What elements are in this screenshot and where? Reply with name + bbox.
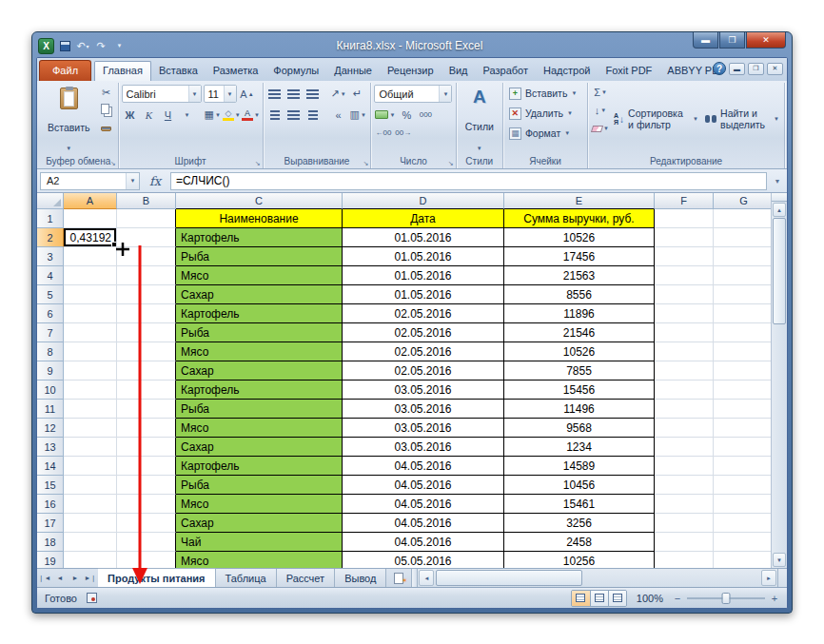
cell-D13[interactable]: 03.05.2016 (343, 438, 504, 457)
number-format-combo[interactable]: Общий▼ (374, 85, 452, 103)
ribbon-tab[interactable]: Вид (441, 61, 476, 81)
cell-A7[interactable] (64, 323, 117, 342)
help-icon[interactable]: ? (713, 62, 726, 75)
cell-A13[interactable] (64, 438, 117, 457)
column-header-F[interactable]: F (655, 193, 714, 209)
cell-F11[interactable] (655, 400, 714, 419)
cell-E16[interactable]: 15461 (504, 495, 655, 514)
decrease-indent-button[interactable]: « (330, 107, 347, 124)
align-middle-button[interactable] (285, 86, 303, 103)
cell-F6[interactable] (655, 304, 714, 323)
cell-G15[interactable] (714, 476, 775, 495)
cell-A11[interactable] (64, 400, 117, 419)
row-header-17[interactable]: 17 (37, 514, 64, 533)
split-handle[interactable] (772, 193, 787, 202)
cell-F8[interactable] (655, 342, 714, 361)
align-right-button[interactable] (304, 107, 322, 124)
row-header-2[interactable]: 2 (37, 228, 64, 247)
cell-F2[interactable] (655, 228, 714, 247)
cell-E10[interactable]: 15456 (504, 381, 655, 400)
row-header-10[interactable]: 10 (37, 381, 64, 400)
cell-F14[interactable] (655, 457, 714, 476)
cell-F5[interactable] (655, 285, 714, 304)
cell-B8[interactable] (117, 342, 176, 361)
ribbon-tab[interactable]: Разметка (206, 61, 266, 81)
cell-D10[interactable]: 03.05.2016 (343, 381, 504, 400)
align-bottom-button[interactable] (304, 86, 322, 103)
row-header-9[interactable]: 9 (37, 361, 64, 381)
wrap-text-button[interactable]: ↵ (349, 86, 366, 103)
cell-G14[interactable] (714, 457, 775, 476)
cell-E1[interactable]: Сумма выручки, руб. (504, 209, 655, 228)
zoom-level[interactable]: 100% (637, 593, 663, 604)
row-header-4[interactable]: 4 (37, 266, 64, 285)
sort-filter-button[interactable]: АЯ↓ Сортировка и фильтр ▼ (612, 84, 700, 154)
cell-F3[interactable] (655, 247, 714, 266)
cell-D5[interactable]: 01.05.2016 (343, 285, 504, 304)
format-cells-button[interactable]: ▦ Формат ▼ (506, 124, 584, 143)
ribbon-tab[interactable]: Разработ (476, 61, 536, 81)
cell-G13[interactable] (714, 438, 775, 457)
insert-worksheet-button[interactable]: ✶ (386, 569, 411, 587)
row-header-7[interactable]: 7 (37, 323, 64, 342)
sheet-nav-last-button[interactable]: ►❘ (83, 569, 98, 587)
cell-E15[interactable]: 10456 (504, 476, 655, 495)
zoom-thumb[interactable] (722, 593, 731, 604)
cell-F9[interactable] (655, 361, 714, 381)
row-header-14[interactable]: 14 (37, 457, 64, 476)
restore-button[interactable]: ❐ (719, 32, 745, 49)
sheet-tab[interactable]: Продукты питания (98, 568, 216, 587)
cell-A6[interactable] (64, 304, 117, 323)
cell-C4[interactable]: Мясо (176, 266, 343, 285)
column-header-B[interactable]: B (117, 193, 176, 209)
cell-B17[interactable] (117, 514, 176, 533)
cell-E12[interactable]: 9568 (504, 419, 655, 438)
cell-C9[interactable]: Сахар (176, 361, 343, 381)
find-select-button[interactable]: Найти и выделить ▼ (703, 84, 781, 154)
paste-button[interactable]: Вставить ▼ (42, 84, 96, 154)
cell-E19[interactable]: 10256 (504, 552, 655, 568)
cell-A15[interactable] (64, 476, 117, 495)
tab-splitter[interactable] (411, 569, 418, 587)
horizontal-scrollbar[interactable]: ◄ ► (418, 569, 787, 587)
workbook-close-button[interactable]: ✕ (767, 63, 783, 75)
dialog-launcher-icon[interactable]: ↘ (448, 160, 454, 166)
scroll-right-button[interactable]: ► (761, 570, 776, 586)
cell-G18[interactable] (714, 533, 775, 552)
cell-G5[interactable] (714, 285, 775, 304)
cell-A8[interactable] (64, 342, 117, 361)
cell-D14[interactable]: 04.05.2016 (343, 457, 504, 476)
copy-button[interactable] (98, 102, 115, 119)
cell-B2[interactable] (117, 228, 176, 247)
cell-D7[interactable]: 02.05.2016 (343, 323, 504, 342)
cell-F19[interactable] (655, 552, 714, 568)
cell-B12[interactable] (117, 419, 176, 438)
column-header-E[interactable]: E (504, 193, 655, 209)
row-header-13[interactable]: 13 (37, 438, 64, 457)
cell-C6[interactable]: Картофель (176, 304, 343, 323)
increase-decimal-button[interactable]: ←00 (374, 127, 392, 139)
cell-A18[interactable] (64, 533, 117, 552)
cell-C19[interactable]: Мясо (176, 552, 343, 568)
normal-view-button[interactable] (572, 591, 590, 606)
cell-A1[interactable] (64, 209, 117, 228)
cell-C2[interactable]: Картофель (176, 228, 343, 247)
cell-D9[interactable]: 02.05.2016 (343, 361, 504, 381)
row-header-16[interactable]: 16 (37, 495, 64, 514)
align-top-button[interactable] (266, 86, 284, 103)
cell-E5[interactable]: 8556 (504, 285, 655, 304)
page-layout-view-button[interactable] (590, 591, 608, 606)
underline-button[interactable]: Ч (160, 107, 177, 124)
redo-button[interactable]: ↷ (93, 38, 108, 53)
cell-E9[interactable]: 7855 (504, 361, 655, 381)
cell-A3[interactable] (64, 247, 117, 266)
clear-button[interactable]: ▼ (591, 120, 610, 137)
font-color-button[interactable]: А▼ (242, 107, 259, 124)
cell-C5[interactable]: Сахар (176, 285, 343, 304)
sheet-nav-prev-button[interactable]: ◄ (52, 569, 68, 587)
cell-C14[interactable]: Картофель (176, 457, 343, 476)
ribbon-tab[interactable]: Вставка (151, 61, 206, 81)
cell-E8[interactable]: 10526 (504, 342, 655, 361)
fill-color-button[interactable]: ◇▼ (223, 107, 240, 124)
workbook-minimize-button[interactable]: ▬ (729, 63, 745, 75)
